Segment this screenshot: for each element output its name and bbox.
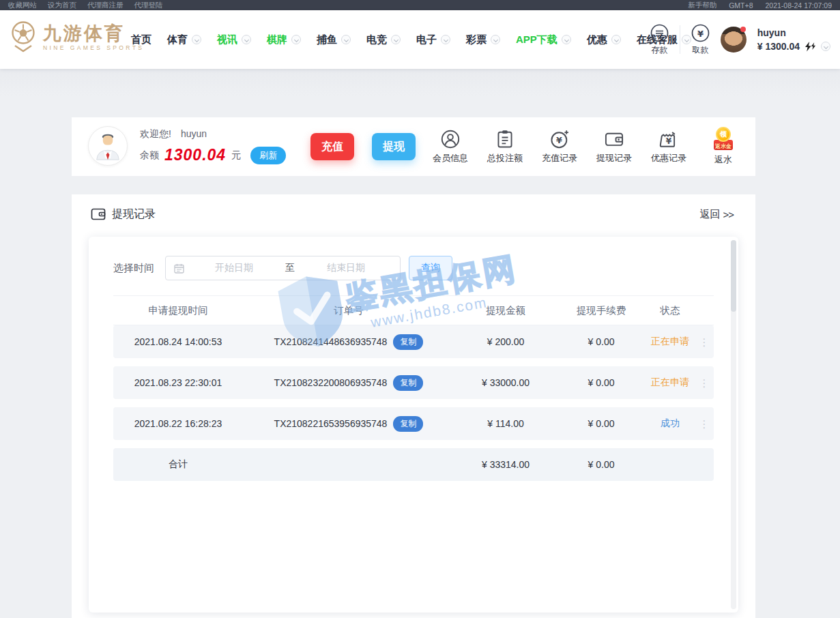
- nav-item-home[interactable]: 首页: [131, 33, 151, 46]
- nav-item-esports[interactable]: 电竞: [366, 33, 401, 46]
- bookmark-site-link[interactable]: 收藏网站: [8, 1, 37, 10]
- back-label: 返回: [699, 208, 720, 221]
- promo-records-link[interactable]: ¥ 优惠记录: [641, 130, 696, 164]
- chevron-down-icon: [441, 35, 450, 44]
- member-info-link[interactable]: 会员信息: [423, 130, 478, 164]
- quick-link-label: 提现记录: [596, 152, 632, 164]
- withdraw-label: 取款: [692, 44, 708, 56]
- nav-item-slots[interactable]: 电子: [416, 33, 450, 46]
- end-date-placeholder: 结束日期: [300, 262, 392, 274]
- balance-label: 余额: [140, 149, 159, 162]
- search-button[interactable]: 查询: [409, 256, 452, 280]
- nav-label: 彩票: [466, 33, 487, 46]
- date-range-input[interactable]: 开始日期 至 结束日期: [165, 256, 401, 280]
- quick-link-label: 会员信息: [433, 152, 468, 164]
- quick-link-label: 充值记录: [542, 152, 577, 164]
- deposit-button[interactable]: 存款: [650, 24, 669, 56]
- row-amount: ¥ 200.00: [454, 336, 557, 347]
- row-menu-icon[interactable]: ⋮: [695, 422, 714, 426]
- recharge-button[interactable]: 充值: [310, 133, 354, 160]
- filter-label: 选择时间: [113, 262, 154, 275]
- nav-label: 电子: [416, 33, 437, 46]
- topbar-links: 收藏网站 设为首页 代理商注册 代理登陆: [8, 1, 163, 10]
- withdraw-button[interactable]: ¥ 取款: [691, 24, 710, 56]
- calendar-icon: [174, 263, 184, 274]
- beginner-help-link[interactable]: 新手帮助: [688, 1, 716, 10]
- nav-item-cards[interactable]: 棋牌: [267, 33, 301, 46]
- recharge-records-link[interactable]: ¥ 充值记录: [532, 130, 587, 164]
- row-fee: ¥ 0.00: [557, 377, 646, 388]
- header-username: huyun: [757, 27, 830, 38]
- quick-link-label: 优惠记录: [651, 152, 686, 164]
- nav-item-promotions[interactable]: 优惠: [587, 33, 621, 46]
- total-label: 合计: [113, 458, 243, 471]
- svg-text:¥: ¥: [666, 136, 672, 145]
- table-row: 2021.08.23 22:30:01 TX210823220080693574…: [113, 366, 714, 399]
- total-row: 合计 ¥ 33314.00 ¥ 0.00: [113, 448, 714, 481]
- set-homepage-link[interactable]: 设为首页: [48, 1, 76, 10]
- nav-label: 捕鱼: [317, 33, 337, 46]
- scrollbar-thumb[interactable]: [731, 240, 736, 312]
- withdraw-records-link[interactable]: 提现记录: [587, 130, 641, 164]
- deposit-label: 存款: [651, 44, 667, 56]
- agent-register-link[interactable]: 代理商注册: [87, 1, 124, 10]
- row-order-number: TX2108221653956935748: [274, 418, 388, 429]
- withdraw-button-panel[interactable]: 提现: [372, 133, 416, 160]
- promo-records-icon: ¥: [659, 130, 678, 149]
- row-menu-icon[interactable]: ⋮: [695, 381, 714, 385]
- nav-item-lottery[interactable]: 彩票: [466, 33, 500, 46]
- scrollbar-track[interactable]: [731, 240, 736, 609]
- nav-label: 首页: [131, 33, 151, 46]
- col-header-fee: 提现手续费: [557, 304, 646, 317]
- back-link[interactable]: 返回 >>: [699, 208, 734, 221]
- main-nav: 首页 体育 视讯 棋牌 捕鱼 电竞 电子 彩票 APP下载 优惠 在线客服: [131, 10, 691, 69]
- topbar: 收藏网站 设为首页 代理商注册 代理登陆 新手帮助 GMT+8 2021-08-…: [0, 0, 840, 10]
- nav-item-app-download[interactable]: APP下载: [516, 33, 571, 46]
- site-logo[interactable]: 九游体育 NINE GAMES SPORTS: [8, 20, 144, 54]
- logo-subtitle: NINE GAMES SPORTS: [43, 44, 144, 51]
- withdraw-records-icon: [605, 130, 624, 149]
- chevron-down-icon: [341, 35, 351, 44]
- agent-login-link[interactable]: 代理登陆: [134, 1, 163, 10]
- copy-button[interactable]: 复制: [393, 375, 423, 391]
- nav-label: 体育: [167, 33, 188, 46]
- quick-link-label: 返水: [714, 153, 732, 166]
- row-fee: ¥ 0.00: [557, 418, 646, 429]
- vip-badge-icon[interactable]: [821, 42, 830, 51]
- member-username: huyun: [181, 128, 207, 141]
- copy-button[interactable]: 复制: [393, 334, 423, 350]
- row-amount: ¥ 33000.00: [454, 377, 557, 388]
- nav-item-live[interactable]: 视讯: [217, 33, 251, 46]
- refresh-button[interactable]: 刷新: [250, 147, 286, 164]
- currency-label: 元: [231, 149, 241, 162]
- nav-label: APP下载: [516, 33, 557, 46]
- chevron-down-icon: [562, 35, 571, 44]
- records-card: 选择时间 开始日期 至 结束日期 查询 申请提现时间 订单号: [89, 237, 738, 613]
- wallet-icon: [91, 207, 106, 221]
- row-order-number: TX2108232200806935748: [274, 377, 388, 388]
- rebate-icon: 返水金 领: [712, 128, 735, 150]
- row-order-number: TX2108241448636935748: [274, 336, 388, 347]
- back-arrows-icon: >>: [723, 209, 734, 220]
- total-bets-link[interactable]: 总投注额: [478, 130, 532, 164]
- soccer-ball-icon: [8, 20, 38, 54]
- rebate-link[interactable]: 返水金 领 返水: [696, 128, 751, 166]
- total-fee: ¥ 0.00: [557, 459, 646, 470]
- divider: [680, 25, 680, 54]
- chevron-down-icon: [192, 35, 201, 44]
- col-header-time: 申请提现时间: [113, 304, 243, 317]
- table-header: 申请提现时间 订单号 提现金额 提现手续费 状态: [113, 295, 714, 325]
- total-bets-icon: [495, 130, 515, 149]
- nav-item-sports[interactable]: 体育: [167, 33, 201, 46]
- site-header: 九游体育 NINE GAMES SPORTS 首页 体育 视讯 棋牌 捕鱼 电竞…: [0, 10, 840, 69]
- start-date-placeholder: 开始日期: [188, 262, 280, 274]
- user-avatar[interactable]: [721, 27, 747, 53]
- balance-amount: 1300.04: [164, 146, 226, 164]
- col-header-status: 状态: [646, 304, 695, 317]
- copy-button[interactable]: 复制: [393, 416, 423, 432]
- nav-label: 优惠: [587, 33, 607, 46]
- lightning-icon[interactable]: [805, 42, 816, 52]
- row-menu-icon[interactable]: ⋮: [695, 340, 714, 344]
- chevron-down-icon: [291, 35, 301, 44]
- nav-item-fishing[interactable]: 捕鱼: [317, 33, 351, 46]
